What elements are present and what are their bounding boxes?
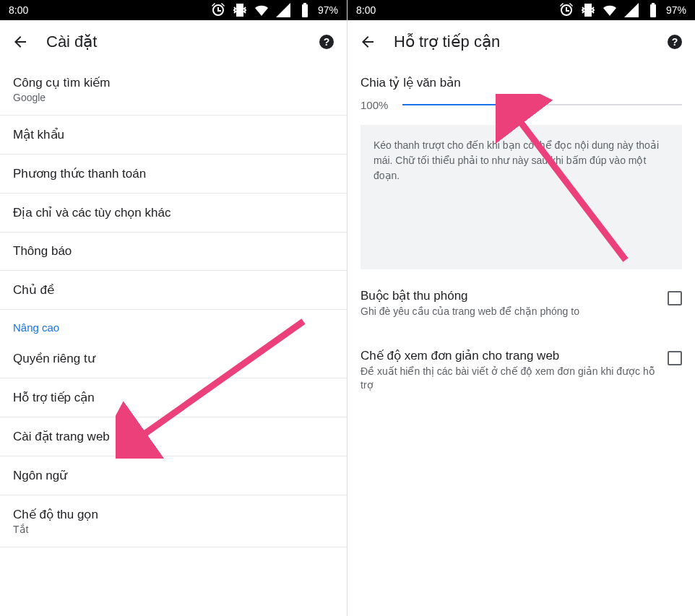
settings-list: Công cụ tìm kiếm Google Mật khẩu Phương …: [0, 64, 347, 616]
site-settings-item[interactable]: Cài đặt trang web: [0, 417, 347, 456]
vibrate-icon: [231, 1, 249, 19]
force-zoom-item[interactable]: Buộc bật thu phóng Ghi đè yêu cầu của tr…: [348, 274, 695, 334]
vibrate-icon: [579, 1, 597, 19]
search-engine-item[interactable]: Công cụ tìm kiếm Google: [0, 64, 347, 116]
accessibility-content: Chia tỷ lệ văn bản 100% Kéo thanh trượt …: [348, 64, 695, 616]
privacy-item[interactable]: Quyền riêng tư: [0, 339, 347, 378]
header: Hỗ trợ tiếp cận ?: [348, 20, 695, 64]
battery-icon: [644, 1, 662, 19]
page-title: Hỗ trợ tiếp cận: [394, 32, 666, 51]
slider-thumb[interactable]: [503, 99, 514, 110]
page-title: Cài đặt: [46, 32, 318, 51]
signal-icon: [623, 1, 640, 19]
notifications-item[interactable]: Thông báo: [0, 233, 347, 271]
lite-mode-item[interactable]: Chế độ thu gọn Tắt: [0, 495, 347, 547]
header: Cài đặt ?: [0, 20, 347, 64]
battery-text: 97%: [318, 4, 338, 16]
svg-text:?: ?: [324, 36, 330, 48]
back-button[interactable]: [359, 33, 376, 51]
svg-text:?: ?: [672, 36, 678, 48]
language-item[interactable]: Ngôn ngữ: [0, 456, 347, 495]
accessibility-item[interactable]: Hỗ trợ tiếp cận: [0, 378, 347, 417]
help-icon: ?: [318, 33, 335, 51]
svg-rect-4: [586, 5, 590, 15]
payment-item[interactable]: Phương thức thanh toán: [0, 155, 347, 194]
wifi-icon: [253, 1, 270, 19]
preview-box: Kéo thanh trượt cho đến khi bạn có thể đ…: [361, 125, 682, 269]
status-bar: 8:00 97%: [0, 0, 347, 20]
help-button[interactable]: ?: [318, 33, 335, 51]
text-scale-label: Chia tỷ lệ văn bản: [361, 75, 682, 90]
wifi-icon: [601, 1, 618, 19]
svg-rect-0: [238, 5, 242, 15]
battery-text: 97%: [666, 4, 686, 16]
battery-icon: [296, 1, 314, 19]
help-icon: ?: [666, 33, 683, 51]
status-icons: 97%: [558, 1, 686, 19]
force-zoom-checkbox[interactable]: [668, 291, 682, 305]
passwords-item[interactable]: Mật khẩu: [0, 116, 347, 155]
arrow-back-icon: [359, 33, 376, 51]
simplified-view-checkbox[interactable]: [668, 351, 682, 365]
status-icons: 97%: [210, 1, 338, 19]
status-time: 8:00: [356, 4, 376, 16]
signal-icon: [275, 1, 292, 19]
help-button[interactable]: ?: [666, 33, 683, 51]
text-scale-slider[interactable]: [402, 96, 682, 113]
status-bar: 8:00 97%: [348, 0, 695, 20]
text-scale-section: Chia tỷ lệ văn bản 100%: [348, 64, 695, 113]
arrow-back-icon: [12, 33, 29, 51]
alarm-icon: [558, 1, 575, 19]
theme-item[interactable]: Chủ đề: [0, 271, 347, 310]
back-button[interactable]: [12, 33, 29, 51]
simplified-view-item[interactable]: Chế độ xem đơn giản cho trang web Đề xuấ…: [348, 334, 695, 407]
text-scale-value: 100%: [361, 99, 392, 111]
advanced-section: Nâng cao: [0, 310, 347, 339]
slider-track-fill: [402, 104, 509, 105]
addresses-item[interactable]: Địa chỉ và các tùy chọn khác: [0, 194, 347, 233]
status-time: 8:00: [9, 4, 28, 16]
alarm-icon: [210, 1, 227, 19]
